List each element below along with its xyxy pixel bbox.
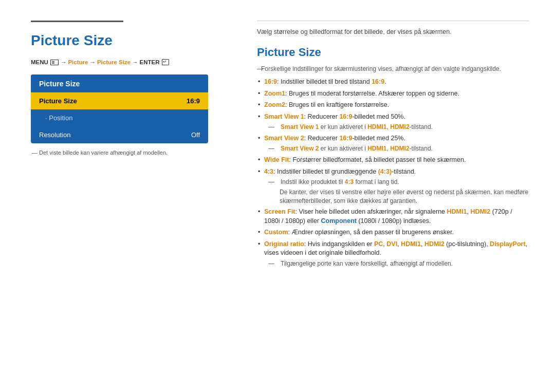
tv-menu-item-value: Off bbox=[191, 131, 200, 139]
sub-note: Smart View 2 er kun aktiveret i HDMI1, H… bbox=[264, 144, 529, 153]
item-bold2: HDMI1 bbox=[447, 208, 467, 215]
item-text: : Viser hele billedet uden afskæringer, … bbox=[295, 208, 447, 215]
bullet-list: 16:9: Indstiller billedet til bred tilst… bbox=[257, 78, 529, 268]
picture-label: Picture bbox=[68, 59, 88, 65]
item-text2: -billedet med 50%. bbox=[352, 113, 405, 120]
tv-menu-box: Picture Size Picture Size 16:9 · Positio… bbox=[31, 74, 208, 143]
menu-icon bbox=[50, 60, 59, 65]
sub-note-text: Tilgængelige porte kan være forskelligt,… bbox=[274, 260, 453, 267]
tv-menu-item-label: Resolution bbox=[39, 131, 70, 139]
list-item-43: 4:3: Indstiller billedet til grundlæggen… bbox=[257, 167, 529, 206]
item-text: : Reducerer bbox=[304, 135, 340, 142]
enter-icon bbox=[162, 59, 169, 65]
item-text: : Forstørrer billedformatet, så billedet… bbox=[289, 156, 466, 163]
enter-label: ENTER bbox=[140, 59, 160, 65]
list-item-smartview1: Smart View 1: Reducerer 16:9-billedet me… bbox=[257, 113, 529, 132]
list-item-169: 16:9: Indstiller billedet til bred tilst… bbox=[257, 78, 529, 87]
item-bold: Original ratio bbox=[264, 240, 304, 248]
item-text: : Indstiller billedet til grundlæggende bbox=[273, 168, 378, 175]
right-panel: Vælg størrelse og billedformat for det b… bbox=[247, 21, 529, 271]
item-bold: 4:3 bbox=[264, 168, 273, 175]
top-divider bbox=[31, 21, 123, 22]
item-text4: , bbox=[421, 240, 424, 248]
list-item-zoom2: Zoom2: Bruges til en kraftigere forstørr… bbox=[257, 101, 529, 110]
item-bold4: HDMI1 bbox=[401, 240, 421, 248]
left-panel: Picture Size MENU → Picture → Picture Si… bbox=[31, 21, 226, 271]
list-item-smartview2: Smart View 2: Reducerer 16:9-billedet me… bbox=[257, 134, 529, 153]
item-text: : Bruges til en kraftigere forstørrelse. bbox=[285, 101, 389, 108]
sub-bold: Smart View 1 bbox=[281, 123, 319, 130]
right-top-line bbox=[257, 21, 529, 21]
item-bold2: 16:9 bbox=[372, 78, 384, 85]
item-bold: Zoom1 bbox=[264, 90, 285, 97]
arrow3: → bbox=[132, 59, 138, 65]
item-text: : Ændrer opløsningen, så den passer til … bbox=[288, 229, 454, 236]
item-bold: Zoom2 bbox=[264, 101, 285, 108]
intro-note-text: Forskellige indstillinger for skærmiuste… bbox=[261, 65, 501, 72]
item-bold: Wide Fit bbox=[264, 156, 289, 163]
picture-size-label: Picture Size bbox=[97, 59, 131, 65]
list-item-zoom1: Zoom1: Bruges til moderat forstørrelse. … bbox=[257, 89, 529, 99]
item-text5: (pc-tilslutning), bbox=[445, 240, 490, 248]
list-item-custom: Custom: Ændrer opløsningen, så den passe… bbox=[257, 228, 529, 237]
item-bold3: DVI bbox=[386, 240, 397, 248]
page-title: Picture Size bbox=[31, 32, 226, 49]
tv-menu-item-label: · Position bbox=[45, 114, 72, 122]
item-text2: -billedet med 25%. bbox=[352, 135, 405, 142]
menu-label: MENU bbox=[31, 59, 48, 65]
tv-menu-item-position[interactable]: · Position bbox=[31, 109, 208, 126]
item-bold4: Component bbox=[321, 217, 357, 225]
item-bold2: 16:9 bbox=[339, 135, 352, 142]
tv-menu-note: ― Det viste billede kan variere afhængig… bbox=[31, 150, 226, 156]
sub-sub-note: De kanter, der vises til venstre eller h… bbox=[264, 188, 529, 206]
sub-note-text: Indstil ikke produktet til 4:3 format i … bbox=[274, 178, 399, 185]
intro-note: Forskellige indstillinger for skærmiuste… bbox=[257, 65, 529, 72]
item-bold: Smart View 1 bbox=[264, 113, 304, 120]
item-bold5: HDMI2 bbox=[424, 240, 445, 248]
item-bold2: (4:3) bbox=[378, 168, 392, 175]
list-item-originalratio: Original ratio: Hvis indgangskilden er P… bbox=[257, 240, 529, 268]
section-title: Picture Size bbox=[257, 46, 529, 59]
sub-note-text: Smart View 2 er kun aktiveret i HDMI1, H… bbox=[274, 145, 433, 152]
sub-bold2: HDMI1 bbox=[367, 123, 386, 130]
item-bold: 16:9 bbox=[264, 78, 277, 85]
tv-menu-item-value: 16:9 bbox=[187, 97, 200, 105]
list-item-widefit: Wide Fit: Forstørrer billedformatet, så … bbox=[257, 156, 529, 165]
item-bold3: HDMI2 bbox=[470, 208, 490, 215]
item-text: : Reducerer bbox=[304, 113, 340, 120]
tv-menu-item-resolution[interactable]: Resolution Off bbox=[31, 126, 208, 143]
item-bold: Custom bbox=[264, 229, 288, 236]
tv-menu-item-picture-size[interactable]: Picture Size 16:9 bbox=[31, 92, 208, 109]
right-description: Vælg størrelse og billedformat for det b… bbox=[257, 28, 529, 35]
sub-bold3: HDMI2 bbox=[390, 145, 409, 152]
item-text2: . bbox=[384, 78, 386, 85]
arrow2: → bbox=[89, 59, 96, 65]
menu-path: MENU → Picture → Picture Size → ENTER bbox=[31, 59, 226, 65]
item-bold2: 16:9 bbox=[339, 113, 352, 120]
item-text2: -tilstand. bbox=[392, 168, 416, 175]
sub-note-text: Smart View 1 er kun aktiveret i HDMI1, H… bbox=[274, 123, 433, 130]
item-bold2: PC bbox=[374, 240, 383, 248]
sub-note: Indstil ikke produktet til 4:3 format i … bbox=[264, 178, 529, 186]
tv-menu-item-label: Picture Size bbox=[39, 97, 77, 105]
sub-note: Tilgængelige porte kan være forskelligt,… bbox=[264, 259, 529, 268]
list-item-screenfit: Screen Fit: Viser hele billedet uden afs… bbox=[257, 208, 529, 226]
item-text4: (1080i / 1080p) indlæses. bbox=[357, 217, 431, 225]
item-bold6: DisplayPort bbox=[490, 240, 525, 248]
tv-menu-title: Picture Size bbox=[31, 74, 208, 92]
item-bold: Screen Fit bbox=[264, 208, 295, 215]
sub-bold3: HDMI2 bbox=[390, 123, 409, 130]
item-text: : Bruges til moderat forstørrelse. Afskæ… bbox=[285, 90, 459, 97]
arrow1: → bbox=[61, 59, 67, 65]
sub-bold: 4:3 bbox=[345, 178, 354, 185]
sub-bold2: HDMI1 bbox=[367, 145, 386, 152]
sub-sub-note-text: De kanter, der vises til venstre eller h… bbox=[280, 189, 528, 204]
item-text: : Indstiller billedet til bred tilstand bbox=[277, 78, 372, 85]
item-bold: Smart View 2 bbox=[264, 135, 304, 142]
item-text: : Hvis indgangskilden er bbox=[304, 240, 374, 248]
sub-bold: Smart View 2 bbox=[281, 145, 319, 152]
sub-note: Smart View 1 er kun aktiveret i HDMI1, H… bbox=[264, 123, 529, 132]
